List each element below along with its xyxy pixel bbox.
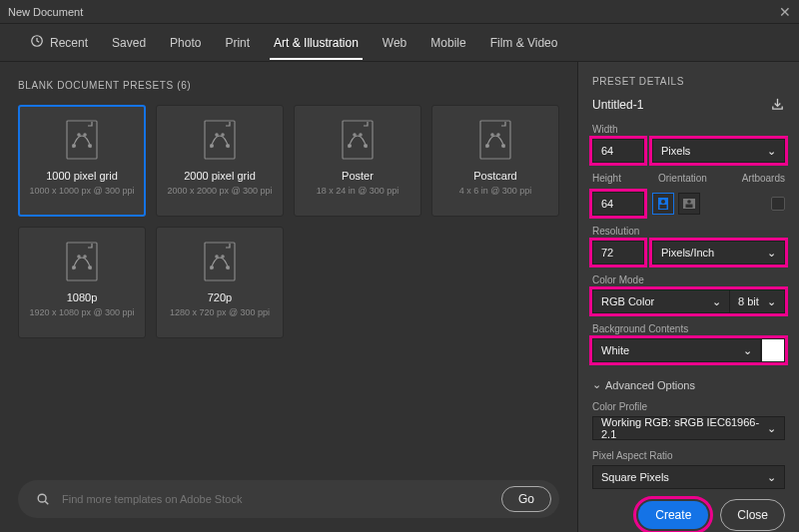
svg-point-12 (349, 145, 352, 148)
color-depth-value: 8 bit (738, 295, 759, 307)
advanced-options-toggle[interactable]: ⌄Advanced Options (592, 378, 785, 391)
tab-label: Saved (112, 36, 146, 50)
preset-card[interactable]: Poster18 x 24 in @ 300 ppi (294, 105, 421, 217)
preset-dimensions: 1280 x 720 px @ 300 ppi (170, 307, 270, 317)
preset-name: 1000 pixel grid (46, 170, 118, 182)
tab-saved[interactable]: Saved (100, 26, 158, 60)
artboards-checkbox[interactable] (771, 197, 785, 211)
presets-header: BLANK DOCUMENT PRESETS (6) (18, 80, 559, 91)
preset-thumbnail-icon (479, 120, 511, 160)
orientation-portrait-button[interactable] (652, 193, 674, 215)
svg-point-36 (687, 200, 691, 204)
search-input[interactable] (62, 493, 489, 505)
svg-point-4 (78, 134, 80, 136)
document-name[interactable]: Untitled-1 (592, 98, 643, 112)
search-icon (36, 492, 50, 506)
tab-photo[interactable]: Photo (158, 26, 213, 60)
svg-rect-34 (660, 205, 667, 209)
preset-dimensions: 2000 x 2000 px @ 300 ppi (167, 186, 272, 196)
svg-point-33 (661, 200, 665, 204)
save-preset-icon[interactable] (770, 97, 785, 112)
svg-point-10 (222, 134, 224, 136)
tab-print[interactable]: Print (213, 26, 262, 60)
svg-point-17 (486, 145, 489, 148)
tab-label: Photo (170, 36, 201, 50)
preset-card[interactable]: 2000 pixel grid2000 x 2000 px @ 300 ppi (156, 105, 284, 217)
tabbar: Recent Saved Photo Print Art & Illustrat… (0, 24, 799, 62)
svg-rect-6 (205, 121, 235, 159)
close-button[interactable]: Close (720, 499, 785, 531)
presets-count: (6) (177, 80, 191, 91)
preset-thumbnail-icon (204, 242, 236, 281)
svg-point-31 (38, 494, 46, 502)
tab-web[interactable]: Web (371, 26, 418, 60)
preset-name: Poster (342, 170, 374, 182)
preset-name: 1080p (67, 291, 98, 303)
search-row: Go (18, 480, 559, 518)
go-button[interactable]: Go (501, 486, 551, 512)
pixel-aspect-ratio-select[interactable]: Square Pixels⌄ (592, 465, 785, 489)
tab-label: Film & Video (490, 36, 558, 50)
width-unit-select[interactable]: Pixels⌄ (652, 139, 785, 163)
width-label: Width (592, 124, 785, 135)
preset-card[interactable]: 1080p1920 x 1080 px @ 300 ppi (18, 227, 146, 338)
resolution-unit-select[interactable]: Pixels/Inch⌄ (652, 241, 785, 265)
width-input[interactable]: 64 (592, 139, 644, 163)
preset-name: Postcard (473, 170, 516, 182)
svg-point-19 (491, 134, 493, 136)
tab-label: Art & Illustration (274, 36, 359, 50)
preset-name: 2000 pixel grid (184, 170, 256, 182)
preset-card[interactable]: Postcard4 x 6 in @ 300 ppi (431, 105, 559, 217)
svg-point-25 (84, 256, 86, 258)
window-title: New Document (8, 6, 83, 18)
resolution-input[interactable]: 72 (592, 241, 644, 265)
svg-point-8 (227, 145, 230, 148)
preset-thumbnail-icon (204, 120, 236, 160)
create-button[interactable]: Create (638, 501, 708, 529)
tab-label: Web (383, 36, 406, 50)
preset-details-title: PRESET DETAILS (592, 76, 785, 87)
preset-thumbnail-icon (66, 242, 98, 281)
svg-point-20 (497, 134, 499, 136)
width-unit-value: Pixels (661, 145, 690, 157)
height-value: 64 (601, 198, 613, 210)
preset-dimensions: 1920 x 1080 px @ 300 ppi (29, 307, 134, 317)
color-mode-select[interactable]: RGB Color⌄ (592, 289, 729, 313)
svg-point-3 (89, 145, 92, 148)
svg-rect-37 (686, 205, 693, 209)
color-profile-label: Color Profile (592, 401, 785, 412)
chevron-down-icon: ⌄ (767, 295, 776, 308)
svg-point-28 (227, 266, 230, 269)
preset-card[interactable]: 1000 pixel grid1000 x 1000 px @ 300 ppi (18, 105, 146, 217)
tab-art-illustration[interactable]: Art & Illustration (262, 26, 371, 60)
close-icon[interactable]: ✕ (779, 4, 791, 20)
orientation-landscape-button[interactable] (678, 193, 700, 215)
resolution-unit-value: Pixels/Inch (661, 247, 714, 259)
svg-point-18 (502, 145, 505, 148)
svg-point-2 (73, 145, 76, 148)
chevron-down-icon: ⌄ (767, 422, 776, 435)
tab-label: Recent (50, 36, 88, 50)
preset-thumbnail-icon (342, 120, 374, 160)
color-depth-select[interactable]: 8 bit⌄ (729, 289, 785, 313)
titlebar: New Document ✕ (0, 0, 799, 24)
chevron-down-icon: ⌄ (767, 145, 776, 158)
pixel-aspect-ratio-label: Pixel Aspect Ratio (592, 450, 785, 461)
background-select[interactable]: White⌄ (592, 338, 761, 362)
svg-point-5 (84, 134, 86, 136)
tab-film-video[interactable]: Film & Video (478, 26, 570, 60)
preset-dimensions: 1000 x 1000 px @ 300 ppi (29, 186, 134, 196)
svg-point-14 (354, 134, 356, 136)
tab-recent[interactable]: Recent (18, 24, 100, 61)
color-profile-select[interactable]: Working RGB: sRGB IEC61966-2.1⌄ (592, 416, 785, 440)
tab-mobile[interactable]: Mobile (418, 26, 477, 60)
height-input[interactable]: 64 (592, 192, 644, 216)
resolution-label: Resolution (592, 226, 785, 237)
preset-details-panel: PRESET DETAILS Untitled-1 Width 64 Pixel… (577, 62, 799, 532)
color-mode-value: RGB Color (601, 295, 654, 307)
background-swatch[interactable] (761, 338, 785, 362)
preset-card[interactable]: 720p1280 x 720 px @ 300 ppi (156, 227, 284, 338)
svg-rect-11 (343, 121, 373, 159)
orientation-label: Orientation (658, 173, 707, 184)
svg-point-7 (211, 145, 214, 148)
